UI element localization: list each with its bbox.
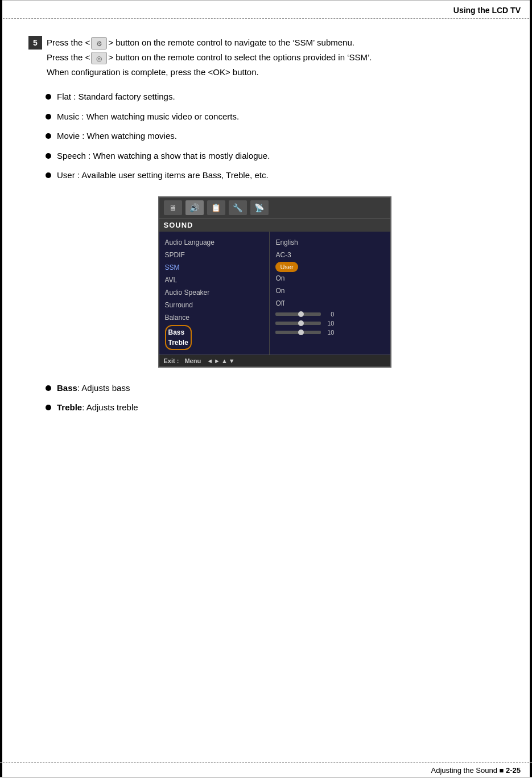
bullet-dot — [46, 172, 51, 178]
bullet-list: Flat : Standard factory settings. Music … — [46, 90, 504, 182]
bullet-text: Flat : Standard factory settings. — [57, 90, 175, 104]
main-content: 5 Press the <> button on the remote cont… — [0, 19, 532, 442]
tv-icon-display: 🖥 — [164, 200, 182, 215]
step-block: 5 Press the <> button on the remote cont… — [28, 36, 504, 80]
instruction-line2: Press the <> button on the remote contro… — [47, 51, 504, 64]
bullet-text: User : Available user setting items are … — [57, 169, 269, 182]
list-item: Music : When watching music video or con… — [46, 110, 504, 124]
bullet-text: Music : When watching music video or con… — [57, 110, 239, 124]
tv-item-treble: Treble — [168, 337, 188, 348]
arrow-right: ► — [214, 357, 220, 364]
bullet-dot — [46, 153, 51, 159]
tv-slider-row-1: 0 — [275, 310, 384, 319]
instruction-text: Press the <> button on the remote contro… — [47, 36, 504, 80]
arrow-icon — [91, 52, 107, 64]
tv-menu-footer: Exit : Menu ◄ ► ▲ ▼ — [159, 355, 390, 367]
tv-slider-value-10b: 10 — [324, 329, 334, 336]
left-border — [0, 0, 2, 778]
tv-menu-section-label: SOUND — [159, 218, 390, 232]
tv-item-spdif: SPDIF — [165, 249, 264, 261]
sub-bullet-bass-desc: : Adjusts bass — [77, 383, 130, 393]
tv-item-bass-treble-circled: Bass Treble — [165, 325, 192, 350]
tv-value-user-row: User — [275, 261, 384, 273]
line1-after: > button on the remote control to naviga… — [108, 38, 354, 47]
footer-separator: ■ — [499, 766, 504, 775]
tv-slider-row-2: 10 — [275, 319, 384, 328]
nav-icon — [91, 37, 107, 50]
bullet-dot — [46, 114, 51, 120]
tv-item-surround: Surround — [165, 299, 264, 311]
line2-after: > button on the remote control to select… — [108, 52, 372, 62]
tv-value-user: User — [275, 262, 298, 273]
right-border — [530, 0, 532, 778]
bullet-dot — [46, 133, 51, 139]
tv-slider-value-0: 0 — [324, 311, 334, 318]
tv-item-audio-speaker: Audio Speaker — [165, 286, 264, 299]
list-item-bass: Bass: Adjusts bass — [46, 382, 504, 395]
bullet-dot — [46, 405, 51, 410]
sub-bullet-treble-desc: : Adjusts treble — [82, 402, 138, 412]
tv-footer-menu: Menu — [184, 357, 201, 364]
tv-footer-arrows: ◄ ► ▲ ▼ — [207, 357, 235, 364]
bullet-text: Speech : When watching a show that is mo… — [57, 150, 270, 163]
list-item: User : Available user setting items are … — [46, 169, 504, 182]
tv-icon-input: 📡 — [250, 200, 269, 215]
footer-page: 2-25 — [506, 766, 521, 775]
instruction-line1: Press the <> button on the remote contro… — [47, 36, 504, 50]
list-item: Speech : When watching a show that is mo… — [46, 150, 504, 163]
bullet-dot — [46, 385, 51, 391]
tv-slider-treble — [275, 331, 321, 334]
header-title: Using the LCD TV — [453, 6, 521, 15]
tv-slider-balance — [275, 312, 321, 316]
tv-value-on2: On — [275, 285, 384, 297]
tv-slider-row-3: 10 — [275, 328, 384, 337]
tv-item-ssm: SSM — [165, 261, 264, 274]
page-header: Using the LCD TV — [0, 0, 532, 19]
footer-text: Adjusting the Sound ■ 2-25 — [431, 766, 521, 775]
page-footer: Adjusting the Sound ■ 2-25 — [0, 762, 532, 778]
top-border — [0, 0, 532, 1]
instruction-line3: When configuration is complete, press th… — [47, 65, 504, 79]
list-item-treble: Treble: Adjusts treble — [46, 401, 504, 414]
tv-icon-tools: 🔧 — [229, 200, 247, 215]
line2-before: Press the < — [47, 52, 90, 62]
tv-item-balance: Balance — [165, 311, 264, 324]
sub-bullet-bass-label: Bass — [57, 383, 77, 393]
tv-value-english: English — [275, 236, 384, 249]
tv-value-off: Off — [275, 297, 384, 310]
step-badge: 5 — [28, 36, 42, 50]
tv-slider-thumb-2 — [298, 320, 304, 326]
tv-menu-right: English AC-3 User On On Off 0 — [270, 232, 390, 355]
tv-menu-body: Audio Language SPDIF SSM AVL Audio Speak… — [159, 232, 390, 355]
tv-item-audio-language: Audio Language — [165, 236, 264, 249]
tv-value-on1: On — [275, 272, 384, 285]
tv-menu-container: 🖥 🔊 📋 🔧 📡 SOUND Audio Language SPDIF SSM… — [46, 196, 504, 368]
tv-item-bass: Bass — [168, 327, 188, 337]
tv-icon-setup: 📋 — [207, 200, 225, 215]
arrow-left: ◄ — [207, 357, 213, 364]
sub-bullet-treble-label: Treble — [57, 402, 82, 412]
sub-bullet-list: Bass: Adjusts bass Treble: Adjusts trebl… — [46, 382, 504, 414]
arrow-down: ▼ — [229, 357, 235, 364]
tv-menu: 🖥 🔊 📋 🔧 📡 SOUND Audio Language SPDIF SSM… — [158, 196, 391, 368]
tv-footer-exit: Exit : — [164, 357, 179, 364]
arrow-up: ▲ — [221, 357, 228, 364]
tv-menu-icons: 🖥 🔊 📋 🔧 📡 — [159, 197, 390, 218]
tv-slider-value-10a: 10 — [324, 320, 334, 327]
line1-before: Press the < — [47, 38, 90, 47]
list-item: Flat : Standard factory settings. — [46, 90, 504, 104]
tv-value-ac3: AC-3 — [275, 249, 384, 261]
tv-item-avl: AVL — [165, 274, 264, 286]
tv-slider-bass — [275, 322, 321, 325]
tv-icon-sound: 🔊 — [185, 200, 204, 215]
tv-menu-left: Audio Language SPDIF SSM AVL Audio Speak… — [159, 232, 270, 355]
bullet-text: Movie : When watching movies. — [57, 130, 177, 143]
tv-slider-thumb — [298, 311, 304, 317]
bullet-dot — [46, 94, 51, 100]
tv-slider-thumb-3 — [298, 330, 304, 335]
footer-prefix: Adjusting the Sound — [431, 766, 500, 775]
list-item: Movie : When watching movies. — [46, 130, 504, 143]
